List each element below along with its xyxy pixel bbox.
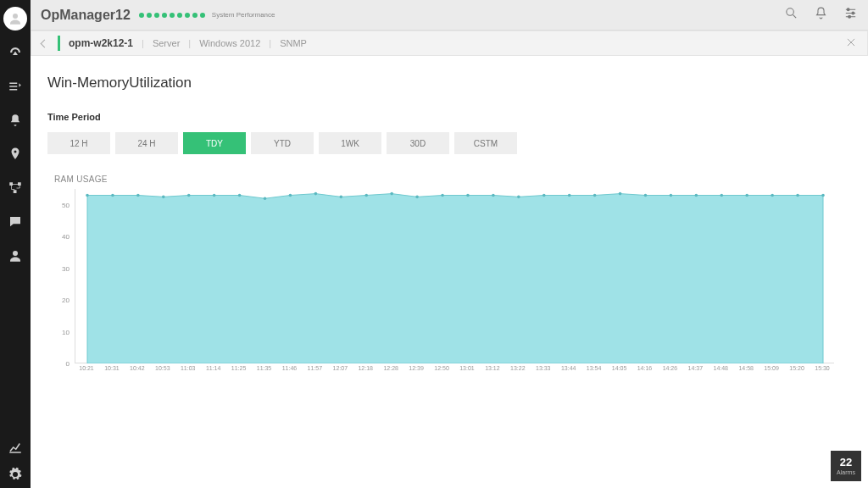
y-tick: 40 (62, 233, 70, 241)
alarms-count: 22 (840, 457, 852, 468)
data-point (111, 194, 114, 197)
main-content: Win-MemoryUtilization Time Period 12 H24… (31, 56, 868, 488)
period-btn-1wk[interactable]: 1WK (319, 132, 381, 154)
y-tick: 20 (62, 297, 70, 304)
notifications-button[interactable] (814, 6, 828, 24)
x-tick: 14:05 (612, 365, 627, 371)
period-btn-ytd[interactable]: YTD (251, 132, 314, 154)
x-tick: 11:35 (257, 365, 272, 371)
x-tick: 13:54 (587, 365, 602, 371)
nav-settings[interactable] (0, 461, 31, 488)
period-btn-tdy[interactable]: TDY (183, 132, 246, 154)
data-point (390, 192, 393, 196)
sliders-icon (843, 6, 858, 20)
data-point (136, 194, 140, 197)
x-tick: 15:20 (789, 365, 804, 371)
close-button[interactable] (845, 36, 857, 50)
data-point (415, 196, 419, 199)
data-point (695, 194, 698, 197)
svg-rect-3 (14, 190, 17, 193)
data-point (162, 196, 165, 199)
period-btn-30d[interactable]: 30D (387, 132, 449, 154)
x-tick: 11:46 (282, 365, 298, 371)
data-point (213, 194, 216, 197)
bell-icon (814, 6, 828, 20)
nav-user[interactable] (0, 239, 31, 273)
x-tick: 13:44 (561, 365, 576, 371)
x-tick: 14:37 (688, 365, 704, 371)
plot-area (75, 189, 834, 363)
avatar[interactable] (3, 7, 27, 30)
bell-alert-icon (8, 113, 23, 128)
y-tick: 30 (62, 264, 70, 272)
period-btn-cstm[interactable]: CSTM (454, 132, 517, 154)
chart: 01020304050 10:2110:3110:4210:5311:0311:… (47, 189, 861, 375)
x-tick: 13:12 (485, 365, 500, 371)
data-point (745, 194, 748, 197)
y-tick: 0 (66, 360, 70, 368)
y-axis: 01020304050 (47, 189, 73, 363)
data-point (264, 197, 267, 200)
data-point (238, 194, 242, 197)
nav-list[interactable] (0, 69, 31, 103)
data-point (568, 194, 571, 197)
period-btn-12h[interactable]: 12 H (47, 132, 110, 154)
x-tick: 12:18 (358, 365, 373, 371)
back-button[interactable] (41, 39, 49, 47)
data-point (314, 192, 318, 196)
data-point (466, 194, 470, 197)
y-tick: 10 (62, 328, 70, 336)
svg-point-0 (13, 14, 18, 19)
gear-icon (8, 467, 23, 482)
x-tick: 12:28 (383, 365, 398, 371)
filter-button[interactable] (843, 6, 858, 24)
breadcrumb-host: opm-w2k12-1 (69, 37, 133, 49)
svg-point-5 (787, 8, 794, 15)
nav-reports[interactable] (0, 434, 31, 461)
x-tick: 15:30 (815, 365, 830, 371)
nav-workflow[interactable] (0, 171, 31, 205)
nav-alerts[interactable] (0, 103, 31, 137)
x-tick: 12:50 (434, 365, 449, 371)
search-icon (784, 6, 798, 20)
x-tick: 14:26 (663, 365, 678, 371)
area-series (87, 194, 823, 363)
area-chart-svg (75, 189, 835, 363)
breadcrumb-os: Windows 2012 (199, 38, 260, 48)
data-point (340, 196, 343, 199)
svg-rect-1 (9, 182, 13, 186)
page-title: Win-MemoryUtilization (47, 75, 851, 92)
data-point (821, 194, 825, 197)
x-axis: 10:2110:3110:4210:5311:0311:1411:2511:35… (75, 365, 861, 375)
search-button[interactable] (784, 6, 798, 24)
x-tick: 14:48 (714, 365, 729, 371)
x-tick: 15:09 (764, 365, 779, 371)
nav-dashboard[interactable] (0, 36, 31, 69)
header-subtitle: System Performance (212, 11, 275, 19)
data-point (720, 194, 723, 197)
product-name: OpManager12 (41, 8, 131, 23)
data-point (441, 194, 444, 197)
chat-icon (8, 214, 23, 230)
data-point (289, 194, 292, 197)
alarms-label: Alarms (837, 469, 855, 475)
x-tick: 10:21 (79, 365, 94, 371)
nav-map[interactable] (0, 137, 31, 171)
nav-chat[interactable] (0, 205, 31, 239)
data-point (771, 194, 774, 197)
close-icon (845, 36, 857, 48)
workflow-icon (8, 180, 23, 196)
y-tick: 50 (62, 201, 70, 208)
breadcrumb-proto: SNMP (280, 38, 307, 48)
alarms-badge[interactable]: 22 Alarms (831, 451, 861, 481)
breadcrumb: opm-w2k12-1 | Server | Windows 2012 | SN… (31, 30, 868, 56)
x-tick: 11:25 (231, 365, 247, 371)
period-btn-24h[interactable]: 24 H (115, 132, 178, 154)
period-label: Time Period (47, 112, 851, 122)
data-point (86, 194, 89, 197)
svg-point-4 (13, 251, 18, 256)
svg-point-6 (847, 8, 849, 11)
x-tick: 12:07 (333, 365, 348, 371)
x-tick: 11:03 (181, 365, 196, 371)
x-tick: 11:14 (206, 365, 221, 371)
